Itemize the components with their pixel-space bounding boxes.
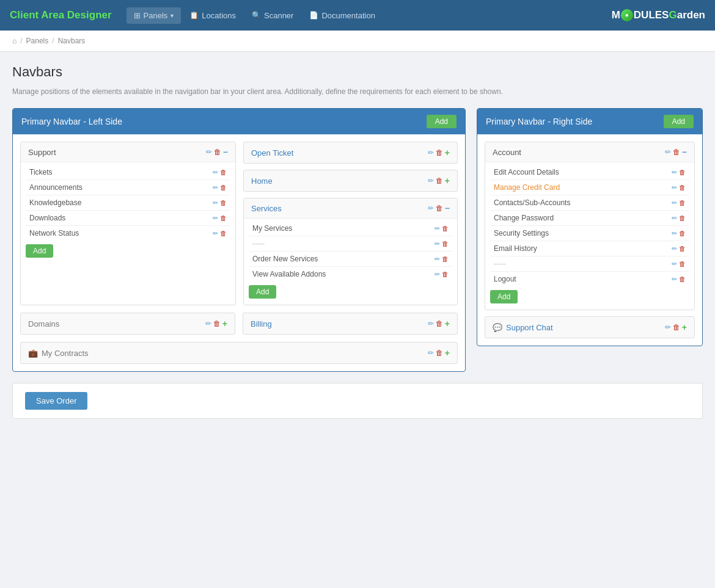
item-sep2-edit[interactable]: ✏	[672, 260, 677, 268]
item-emailhistory-delete[interactable]: 🗑	[679, 245, 686, 253]
location-icon: 📋	[189, 11, 199, 20]
billing-delete-button[interactable]: 🗑	[436, 319, 443, 328]
item-kb-delete[interactable]: 🗑	[220, 199, 227, 207]
item-tickets-edit[interactable]: ✏	[213, 169, 218, 176]
right-section-header: Primary Navbar - Right Side Add	[477, 109, 702, 134]
top-nav: Client Area Designer ⊞ Panels ▾ 📋 Locati…	[0, 0, 715, 31]
list-item: Tickets ✏🗑	[26, 165, 230, 180]
mycontracts-expand-button[interactable]: +	[445, 348, 450, 358]
item-security-edit[interactable]: ✏	[672, 230, 677, 238]
account-delete-button[interactable]: 🗑	[673, 147, 680, 157]
domains-delete-button[interactable]: 🗑	[213, 319, 221, 328]
account-add-item-button[interactable]: Add	[490, 290, 518, 303]
open-ticket-delete-button[interactable]: 🗑	[436, 148, 443, 158]
item-announcements-delete[interactable]: 🗑	[220, 184, 227, 192]
mycontracts-edit-button[interactable]: ✏	[428, 348, 434, 358]
item-myservices-edit[interactable]: ✏	[435, 225, 440, 233]
support-edit-button[interactable]: ✏	[206, 147, 212, 157]
save-bar: Save Order	[12, 383, 703, 419]
item-networkstatus-delete[interactable]: 🗑	[220, 230, 227, 238]
right-section-add-button[interactable]: Add	[664, 115, 694, 128]
item-ordernew-label: Order New Services	[252, 255, 318, 263]
item-managecredit-label: Manage Credit Card	[494, 183, 560, 192]
support-chat-delete-button[interactable]: 🗑	[673, 322, 680, 332]
billing-subcard: Billing ✏ 🗑 +	[243, 313, 458, 335]
domains-expand-button[interactable]: +	[222, 319, 227, 328]
home-breadcrumb-icon[interactable]: ⌂	[12, 37, 16, 45]
item-security-label: Security Settings	[494, 229, 549, 238]
briefcase-icon: 💼	[28, 349, 38, 358]
item-managecredit-edit[interactable]: ✏	[672, 184, 677, 192]
item-changepw-edit[interactable]: ✏	[672, 214, 677, 222]
item-ordernew-edit[interactable]: ✏	[435, 255, 440, 263]
item-logout-label: Logout	[494, 275, 516, 283]
billing-edit-button[interactable]: ✏	[428, 319, 434, 328]
services-edit-button[interactable]: ✏	[428, 203, 434, 213]
item-networkstatus-edit[interactable]: ✏	[213, 230, 218, 238]
services-delete-button[interactable]: 🗑	[436, 203, 443, 213]
breadcrumb-panels[interactable]: Panels	[26, 37, 49, 45]
billing-expand-button[interactable]: +	[445, 319, 450, 328]
list-item: Manage Credit Card ✏🗑	[490, 180, 689, 195]
page-description: Manage positions of the elements availab…	[12, 87, 703, 96]
doc-icon: 📄	[309, 11, 318, 20]
left-section-title: Primary Navbar - Left Side	[21, 117, 122, 126]
home-delete-button[interactable]: 🗑	[436, 176, 443, 186]
support-collapse-button[interactable]: −	[223, 147, 228, 157]
scanner-icon: 🔍	[252, 11, 261, 20]
item-ordernew-delete[interactable]: 🗑	[442, 255, 449, 263]
item-editaccount-edit[interactable]: ✏	[672, 169, 677, 176]
services-title: Services	[251, 204, 282, 213]
item-sep1-edit[interactable]: ✏	[435, 240, 440, 248]
support-chat-subcard: 💬Support Chat ✏ 🗑 +	[485, 316, 695, 338]
open-ticket-expand-button[interactable]: +	[445, 148, 450, 158]
item-downloads-edit[interactable]: ✏	[213, 214, 218, 222]
open-ticket-edit-button[interactable]: ✏	[428, 148, 434, 158]
account-subcard: Account ✏ 🗑 − Edit Account Details	[485, 142, 695, 310]
item-viewaddons-delete[interactable]: 🗑	[442, 270, 449, 278]
home-expand-button[interactable]: +	[445, 176, 450, 186]
mycontracts-delete-button[interactable]: 🗑	[436, 348, 443, 358]
item-contacts-delete[interactable]: 🗑	[679, 199, 686, 207]
services-add-item-button[interactable]: Add	[249, 285, 276, 299]
item-myservices-delete[interactable]: 🗑	[442, 225, 449, 233]
item-kb-edit[interactable]: ✏	[213, 199, 218, 207]
list-item: Knowledgebase ✏🗑	[26, 195, 230, 211]
support-chat-title: 💬Support Chat	[493, 323, 553, 332]
item-sep2-delete[interactable]: 🗑	[679, 260, 686, 268]
nav-item-locations[interactable]: 📋 Locations	[182, 7, 243, 24]
services-collapse-button[interactable]: −	[445, 203, 450, 213]
support-add-item-button[interactable]: Add	[26, 244, 53, 258]
open-ticket-title: Open Ticket	[251, 148, 293, 158]
account-title: Account	[493, 148, 521, 157]
right-section-title: Primary Navbar - Right Side	[486, 117, 592, 126]
support-chat-edit-button[interactable]: ✏	[665, 322, 671, 332]
support-delete-button[interactable]: 🗑	[214, 147, 221, 157]
item-sep1-delete[interactable]: 🗑	[442, 240, 449, 248]
account-edit-button[interactable]: ✏	[665, 147, 671, 157]
item-viewaddons-edit[interactable]: ✏	[435, 270, 440, 278]
item-downloads-delete[interactable]: 🗑	[220, 214, 227, 222]
save-order-button[interactable]: Save Order	[25, 392, 87, 410]
list-item: Change Password ✏🗑	[490, 211, 689, 226]
item-announcements-edit[interactable]: ✏	[213, 184, 218, 192]
item-logout-edit[interactable]: ✏	[672, 275, 677, 283]
item-sep2-label: -----	[494, 260, 506, 268]
item-logout-delete[interactable]: 🗑	[679, 275, 686, 283]
item-managecredit-delete[interactable]: 🗑	[679, 184, 686, 192]
nav-item-scanner[interactable]: 🔍 Scanner	[244, 7, 301, 24]
item-contacts-edit[interactable]: ✏	[672, 199, 677, 207]
domains-edit-button[interactable]: ✏	[205, 319, 211, 328]
item-editaccount-delete[interactable]: 🗑	[679, 169, 686, 176]
nav-item-panels[interactable]: ⊞ Panels ▾	[127, 7, 182, 24]
item-changepw-delete[interactable]: 🗑	[679, 214, 686, 222]
home-edit-button[interactable]: ✏	[428, 176, 434, 186]
mycontracts-title: 💼My Contracts	[28, 349, 89, 358]
left-section-add-button[interactable]: Add	[427, 115, 457, 128]
account-collapse-button[interactable]: −	[682, 147, 687, 157]
item-emailhistory-edit[interactable]: ✏	[672, 245, 677, 253]
item-security-delete[interactable]: 🗑	[679, 230, 686, 238]
support-chat-expand-button[interactable]: +	[682, 322, 687, 332]
item-tickets-delete[interactable]: 🗑	[220, 169, 227, 176]
nav-item-documentation[interactable]: 📄 Documentation	[302, 7, 382, 24]
